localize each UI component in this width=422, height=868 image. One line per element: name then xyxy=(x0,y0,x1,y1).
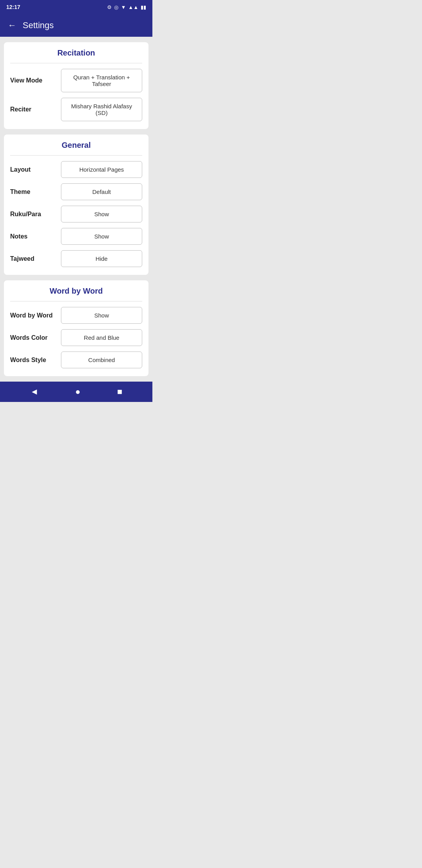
ruku-para-value[interactable]: Show xyxy=(61,206,142,222)
status-bar: 12:17 ⚙ ◎ ▼ ▲▲ ▮▮ xyxy=(0,0,152,14)
words-style-value[interactable]: Combined xyxy=(61,352,142,368)
status-icons: ⚙ ◎ ▼ ▲▲ ▮▮ xyxy=(107,4,146,10)
back-button[interactable]: ← xyxy=(6,19,18,32)
view-mode-value[interactable]: Quran + Translation + Tafseer xyxy=(61,69,142,92)
words-color-row: Words Color Red and Blue xyxy=(10,329,142,346)
theme-label: Theme xyxy=(10,188,57,195)
ruku-para-row: Ruku/Para Show xyxy=(10,206,142,222)
word-by-word-value[interactable]: Show xyxy=(61,307,142,324)
layout-label: Layout xyxy=(10,166,57,173)
word-by-word-section-title: Word by Word xyxy=(10,287,142,301)
notes-row: Notes Show xyxy=(10,228,142,245)
wifi-icon: ▼ xyxy=(121,4,126,10)
reciter-row: Reciter Mishary Rashid Alafasy (SD) xyxy=(10,98,142,121)
toolbar: ← Settings xyxy=(0,14,152,37)
ruku-para-label: Ruku/Para xyxy=(10,211,57,218)
words-color-value[interactable]: Red and Blue xyxy=(61,329,142,346)
layout-value[interactable]: Horizontal Pages xyxy=(61,161,142,178)
status-time: 12:17 xyxy=(6,4,20,10)
word-by-word-label: Word by Word xyxy=(10,312,57,319)
view-mode-label: View Mode xyxy=(10,77,57,84)
notes-value[interactable]: Show xyxy=(61,228,142,245)
nav-home-button[interactable]: ● xyxy=(75,387,80,397)
tajweed-label: Tajweed xyxy=(10,255,57,262)
toolbar-title: Settings xyxy=(23,20,54,30)
tajweed-value[interactable]: Hide xyxy=(61,250,142,267)
battery-icon: ▮▮ xyxy=(141,4,146,10)
nav-recent-button[interactable]: ■ xyxy=(117,387,122,397)
signal-icon: ▲▲ xyxy=(128,4,138,10)
words-color-label: Words Color xyxy=(10,334,57,341)
sync-icon: ◎ xyxy=(114,4,118,10)
general-section-title: General xyxy=(10,141,142,156)
main-content: Recitation View Mode Quran + Translation… xyxy=(0,37,152,382)
tajweed-row: Tajweed Hide xyxy=(10,250,142,267)
recitation-section: Recitation View Mode Quran + Translation… xyxy=(4,42,148,129)
theme-value[interactable]: Default xyxy=(61,183,142,200)
recitation-section-title: Recitation xyxy=(10,48,142,63)
general-section: General Layout Horizontal Pages Theme De… xyxy=(4,135,148,275)
word-by-word-section: Word by Word Word by Word Show Words Col… xyxy=(4,280,148,376)
nav-back-button[interactable]: ◄ xyxy=(30,387,39,397)
words-style-row: Words Style Combined xyxy=(10,352,142,368)
view-mode-row: View Mode Quran + Translation + Tafseer xyxy=(10,69,142,92)
notes-label: Notes xyxy=(10,233,57,240)
nav-bar: ◄ ● ■ xyxy=(0,382,152,402)
words-style-label: Words Style xyxy=(10,357,57,364)
reciter-value[interactable]: Mishary Rashid Alafasy (SD) xyxy=(61,98,142,121)
theme-row: Theme Default xyxy=(10,183,142,200)
word-by-word-row: Word by Word Show xyxy=(10,307,142,324)
reciter-label: Reciter xyxy=(10,106,57,113)
settings-icon: ⚙ xyxy=(107,4,112,10)
layout-row: Layout Horizontal Pages xyxy=(10,161,142,178)
